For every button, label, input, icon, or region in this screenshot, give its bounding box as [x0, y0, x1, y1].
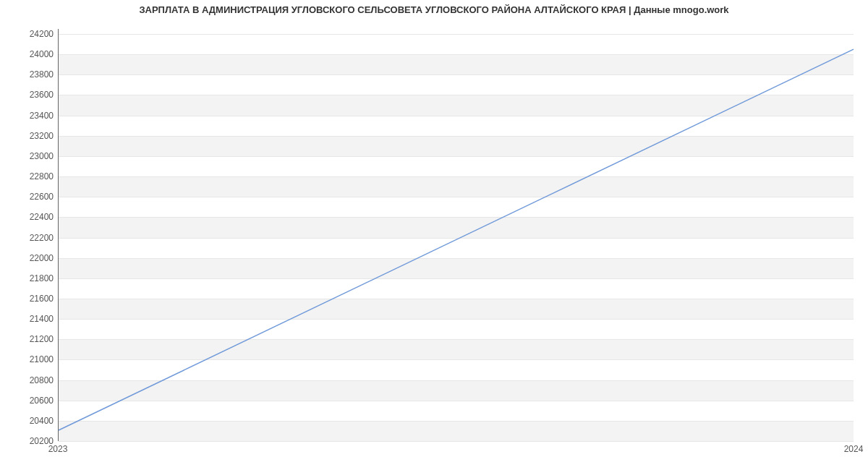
- x-tick-label: 2024: [844, 444, 864, 454]
- y-tick-label: 21400: [10, 314, 54, 324]
- y-tick-label: 20800: [10, 375, 54, 385]
- y-tick-label: 21200: [10, 334, 54, 344]
- y-tick-label: 23600: [10, 90, 54, 100]
- y-tick-label: 20200: [10, 436, 54, 446]
- y-tick-label: 22600: [10, 192, 54, 202]
- line-series: [59, 29, 854, 440]
- chart-title: ЗАРПЛАТА В АДМИНИСТРАЦИЯ УГЛОВСКОГО СЕЛЬ…: [0, 4, 868, 15]
- y-tick-label: 22800: [10, 171, 54, 181]
- y-tick-label: 23000: [10, 151, 54, 161]
- x-tick-label: 2023: [48, 444, 68, 454]
- y-tick-label: 20600: [10, 396, 54, 406]
- y-tick-label: 22400: [10, 212, 54, 222]
- y-tick-label: 23400: [10, 111, 54, 121]
- y-tick-label: 23200: [10, 131, 54, 141]
- y-tick-label: 22000: [10, 253, 54, 263]
- plot-area: [58, 29, 854, 441]
- y-tick-label: 21800: [10, 273, 54, 283]
- gridline: [59, 441, 854, 442]
- y-tick-label: 20400: [10, 416, 54, 426]
- y-tick-label: 21600: [10, 294, 54, 304]
- series-line: [59, 49, 854, 430]
- y-tick-label: 24000: [10, 49, 54, 59]
- chart-container: ЗАРПЛАТА В АДМИНИСТРАЦИЯ УГЛОВСКОГО СЕЛЬ…: [0, 0, 868, 470]
- y-tick-label: 22200: [10, 233, 54, 243]
- y-tick-label: 21000: [10, 354, 54, 364]
- y-tick-label: 23800: [10, 69, 54, 80]
- y-tick-label: 24200: [10, 29, 54, 39]
